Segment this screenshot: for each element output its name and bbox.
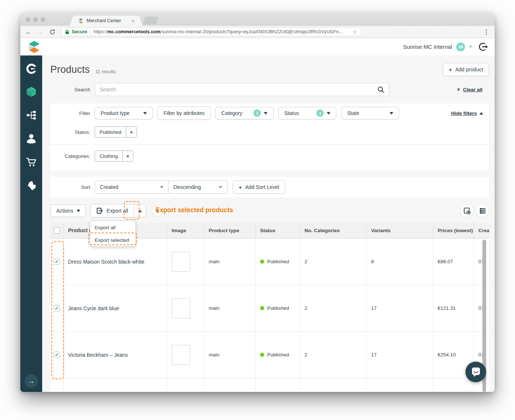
sidebar-item-orders[interactable] xyxy=(20,150,42,173)
menu-item-export-all[interactable]: Export all xyxy=(90,221,135,234)
published-status-dot xyxy=(260,306,264,310)
menu-item-export-selected[interactable]: Export selected xyxy=(90,234,135,246)
cell-product-type: main xyxy=(204,285,255,331)
export-options-caret-button[interactable] xyxy=(134,204,146,217)
refresh-icon[interactable] xyxy=(49,29,55,35)
add-product-button[interactable]: + Add product xyxy=(443,63,489,76)
forward-icon[interactable]: → xyxy=(37,29,44,35)
table-row[interactable]: ✓ Victoria Beckham – Jeans main Publishe… xyxy=(50,332,489,378)
export-all-button[interactable]: Export all xyxy=(90,204,134,217)
status-chip-value: Published xyxy=(95,127,126,137)
arrow-right-icon: → xyxy=(28,377,35,385)
actions-dropdown[interactable]: Actions xyxy=(50,204,86,217)
product-type-dropdown[interactable]: Product type xyxy=(95,107,153,119)
table-grid-icon xyxy=(479,207,486,214)
project-badge: 30 xyxy=(456,43,465,51)
sidebar-expand-button[interactable]: → xyxy=(24,374,38,388)
status-dropdown[interactable]: Status 1 xyxy=(278,107,336,119)
sidebar-item-discounts[interactable] xyxy=(20,173,42,197)
tab-title: Merchant Center xyxy=(87,18,128,23)
categories-chip: Clothing × xyxy=(95,150,133,162)
remove-status-chip-icon[interactable]: × xyxy=(126,127,137,137)
favicon-icon xyxy=(78,18,84,24)
browser-tab[interactable]: Merchant Center × xyxy=(74,16,138,26)
back-icon[interactable]: ← xyxy=(26,29,32,35)
clear-x-icon: × xyxy=(457,87,460,92)
col-status: Status xyxy=(255,223,300,238)
sidebar-item-products[interactable] xyxy=(20,80,42,104)
close-tab-icon[interactable]: × xyxy=(131,18,134,24)
minimize-window-button[interactable] xyxy=(33,17,38,22)
clear-all-link[interactable]: × Clear all xyxy=(457,87,482,92)
chevron-down-icon xyxy=(264,112,267,115)
row-checkbox-checked[interactable]: ✓ xyxy=(54,352,60,358)
published-status-dot xyxy=(260,260,264,264)
export-dropdown-menu: Export all Export selected xyxy=(90,221,136,247)
search-icon[interactable] xyxy=(377,86,384,93)
results-count: 11 results xyxy=(95,69,116,74)
filter-panel: Filter Product type Filter by attributes… xyxy=(50,104,489,170)
chat-widget-button[interactable] xyxy=(465,362,486,382)
project-name: Sunrise MC Internal xyxy=(403,44,452,50)
published-status-dot xyxy=(260,353,264,357)
logout-icon[interactable] xyxy=(479,42,488,51)
search-box xyxy=(95,83,389,96)
sidebar-item-categories[interactable] xyxy=(20,104,42,127)
cell-no-categories: 2 xyxy=(300,238,366,285)
close-window-button[interactable] xyxy=(26,17,30,22)
zoom-window-button[interactable] xyxy=(41,17,45,22)
sort-field-select[interactable]: Created xyxy=(95,180,169,194)
chevron-down-icon xyxy=(219,186,222,189)
table-settings-button[interactable] xyxy=(460,204,474,217)
traffic-lights xyxy=(26,17,45,22)
filter-label: Filter xyxy=(50,111,90,116)
sidebar-item-dashboard[interactable] xyxy=(20,57,42,80)
browser-window: Merchant Center × ← → Secure | https xyxy=(20,13,495,392)
add-sort-level-button[interactable]: + Add Sort Level xyxy=(233,180,285,194)
search-label: Search xyxy=(50,87,90,92)
table-settings-gear-icon xyxy=(463,207,471,215)
search-input[interactable] xyxy=(100,87,377,92)
state-dropdown[interactable]: State xyxy=(341,107,399,119)
sidebar-item-customers[interactable] xyxy=(20,127,42,150)
annotation-text: Export selected products xyxy=(155,206,233,214)
chevron-down-icon xyxy=(77,210,80,212)
hide-filters-link[interactable]: Hide filters xyxy=(451,111,483,116)
col-image: Image xyxy=(167,223,204,238)
new-tab-button[interactable] xyxy=(143,17,158,24)
cell-created: 07/ xyxy=(474,285,489,331)
status-count-badge: 1 xyxy=(316,109,324,117)
categories-icon xyxy=(26,110,36,120)
cell-status: Published xyxy=(267,305,289,311)
chevron-down-icon xyxy=(327,112,330,115)
category-count-badge: 1 xyxy=(253,109,261,117)
cell-created: 07/ xyxy=(474,238,489,285)
browser-tab-bar: Merchant Center × xyxy=(20,13,495,26)
chevron-up-icon xyxy=(138,210,142,212)
address-bar[interactable]: Secure | https://mc.commercetools.com/su… xyxy=(61,27,361,36)
cell-price: €121.31 xyxy=(433,285,474,331)
cell-variants: 8 xyxy=(366,238,433,285)
bookmark-star-icon[interactable]: ☆ xyxy=(353,28,357,35)
select-all-checkbox[interactable] xyxy=(54,227,60,234)
remove-categories-chip-icon[interactable]: × xyxy=(122,151,133,161)
discounts-tags-icon xyxy=(26,180,37,191)
project-selector[interactable]: Sunrise MC Internal 30 xyxy=(403,43,472,51)
category-dropdown[interactable]: Category 1 xyxy=(215,107,273,119)
row-checkbox-checked[interactable]: ✓ xyxy=(54,258,60,265)
cell-product-type: main xyxy=(204,238,255,285)
column-manager-button[interactable] xyxy=(476,204,489,217)
table-row[interactable]: ✓ Jeans Cycle dark blue main Published 2… xyxy=(50,285,489,332)
applied-categories-label: Categories: xyxy=(50,153,90,159)
screenshot-stage: Merchant Center × ← → Secure | https xyxy=(0,0,515,420)
cell-variants: 17 xyxy=(366,332,433,378)
cell-product-name: Victoria Beckham – Jeans xyxy=(63,332,167,378)
product-image-placeholder xyxy=(172,345,190,365)
app-header: Sunrise MC Internal 30 xyxy=(20,38,495,55)
chevron-down-icon xyxy=(390,112,393,115)
sort-direction-select[interactable]: Descending xyxy=(168,180,228,194)
browser-menu-icon[interactable]: ⋮ xyxy=(483,28,489,36)
customers-icon xyxy=(26,133,37,144)
row-checkbox-checked[interactable]: ✓ xyxy=(54,305,60,311)
filter-by-attributes-button[interactable]: Filter by attributes xyxy=(158,106,211,120)
